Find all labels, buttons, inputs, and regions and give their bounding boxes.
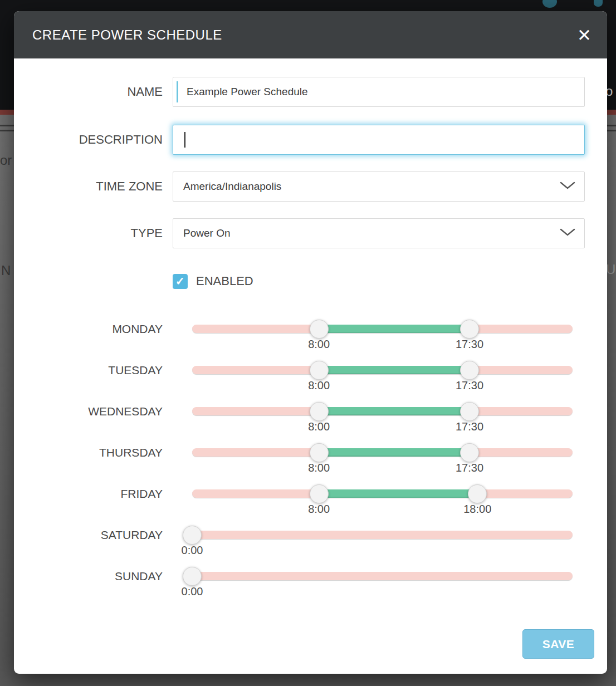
name-row: NAME: [14, 77, 607, 107]
time-range-slider[interactable]: 0:00: [173, 565, 585, 606]
slider-selected-range: [319, 448, 470, 457]
timezone-label: TIME ZONE: [14, 179, 173, 194]
chevron-down-icon: [560, 182, 575, 192]
slider-selected-range: [319, 489, 478, 498]
time-range-slider[interactable]: 8:00 17:30: [173, 317, 585, 359]
description-field[interactable]: [173, 125, 585, 155]
slider-selected-range: [319, 325, 470, 333]
day-label: SUNDAY: [14, 565, 173, 606]
slider-end-time: 17:30: [456, 420, 483, 433]
type-row: TYPE Power On: [14, 218, 607, 248]
slider-handle-end[interactable]: [460, 361, 479, 380]
day-slider-row: THURSDAY 8:00 17:30: [14, 441, 607, 482]
day-label: TUESDAY: [14, 359, 173, 400]
enabled-label: ENABLED: [196, 274, 253, 288]
slider-handle-end[interactable]: [468, 484, 487, 503]
name-field[interactable]: [173, 77, 585, 107]
background-text-fragment: N: [1, 263, 11, 278]
background-user-icon: [594, 0, 603, 7]
slider-start-time: 8:00: [308, 379, 330, 392]
slider-handle-start[interactable]: [310, 361, 329, 380]
type-label: TYPE: [14, 226, 173, 241]
slider-end-time: 17:30: [456, 338, 483, 351]
day-slider-row: TUESDAY 8:00 17:30: [14, 359, 607, 400]
slider-handle-start[interactable]: [310, 320, 329, 339]
description-row: DESCRIPTION: [14, 125, 607, 155]
slider-track[interactable]: [192, 531, 573, 539]
timezone-row: TIME ZONE America/Indianapolis: [14, 171, 607, 202]
dialog-header: CREATE POWER SCHEDULE ✕: [14, 11, 607, 58]
type-select[interactable]: Power On: [173, 218, 585, 248]
slider-handle-end[interactable]: [460, 320, 479, 339]
create-power-schedule-dialog: CREATE POWER SCHEDULE ✕ NAME DESCRIPTION: [14, 11, 607, 674]
slider-handle-start[interactable]: [310, 443, 329, 462]
slider-start-time: 0:00: [182, 585, 203, 598]
text-cursor: [184, 132, 185, 148]
day-slider-row: FRIDAY 8:00 18:00: [14, 482, 607, 523]
slider-start-time: 8:00: [308, 338, 330, 351]
close-icon[interactable]: ✕: [577, 26, 591, 43]
timezone-selected-value: America/Indianapolis: [183, 180, 281, 193]
background-text-fragment: U: [606, 262, 615, 277]
slider-end-time: 17:30: [456, 462, 483, 474]
day-slider-row: WEDNESDAY 8:00 17:30: [14, 400, 607, 441]
time-range-slider[interactable]: 8:00 17:30: [173, 400, 585, 441]
time-range-slider[interactable]: 8:00 18:00: [173, 482, 585, 523]
enabled-checkbox[interactable]: ✓: [173, 274, 188, 289]
day-slider-row: SATURDAY 0:00: [14, 523, 607, 565]
slider-start-time: 8:00: [308, 503, 330, 516]
slider-handle-start[interactable]: [310, 484, 329, 503]
type-selected-value: Power On: [183, 227, 230, 239]
slider-end-time: 18:00: [463, 503, 491, 516]
save-button[interactable]: SAVE: [522, 629, 594, 659]
day-sliders: MONDAY 8:00 17:30 TUESDAY: [14, 317, 607, 606]
timezone-select[interactable]: America/Indianapolis: [173, 171, 585, 202]
time-range-slider[interactable]: 8:00 17:30: [173, 441, 585, 482]
time-range-slider[interactable]: 0:00: [173, 523, 585, 565]
dialog-title: CREATE POWER SCHEDULE: [14, 27, 222, 43]
day-slider-row: MONDAY 8:00 17:30: [14, 317, 607, 359]
slider-selected-range: [319, 366, 470, 374]
slider-handle-end[interactable]: [460, 402, 479, 421]
day-label: WEDNESDAY: [14, 400, 173, 441]
slider-handle-start[interactable]: [310, 402, 329, 421]
description-label: DESCRIPTION: [14, 133, 173, 147]
page: o or N U CREATE POWER SCHEDULE ✕ NAME DE…: [0, 0, 616, 686]
day-label: MONDAY: [14, 317, 173, 359]
slider-handle-start[interactable]: [183, 567, 202, 586]
day-slider-row: SUNDAY 0:00: [14, 565, 607, 606]
time-range-slider[interactable]: 8:00 17:30: [173, 359, 585, 400]
slider-handle-end[interactable]: [460, 443, 479, 462]
enabled-row: ✓ ENABLED: [173, 273, 607, 290]
day-label: SATURDAY: [14, 523, 173, 565]
checkmark-icon: ✓: [175, 276, 185, 287]
day-label: FRIDAY: [14, 482, 173, 523]
day-label: THURSDAY: [14, 441, 173, 482]
chevron-down-icon: [560, 228, 575, 238]
dialog-body: NAME DESCRIPTION TIME ZONE A: [14, 58, 607, 659]
slider-selected-range: [319, 407, 470, 415]
input-accent-bar: [177, 81, 178, 102]
name-label: NAME: [14, 85, 173, 99]
slider-handle-start[interactable]: [183, 526, 202, 545]
dialog-footer: SAVE: [14, 629, 607, 659]
slider-end-time: 17:30: [456, 379, 483, 392]
slider-start-time: 0:00: [182, 544, 203, 557]
slider-start-time: 8:00: [308, 420, 330, 433]
background-text-fragment: or: [0, 153, 12, 168]
slider-track[interactable]: [192, 572, 573, 580]
slider-start-time: 8:00: [308, 462, 330, 474]
